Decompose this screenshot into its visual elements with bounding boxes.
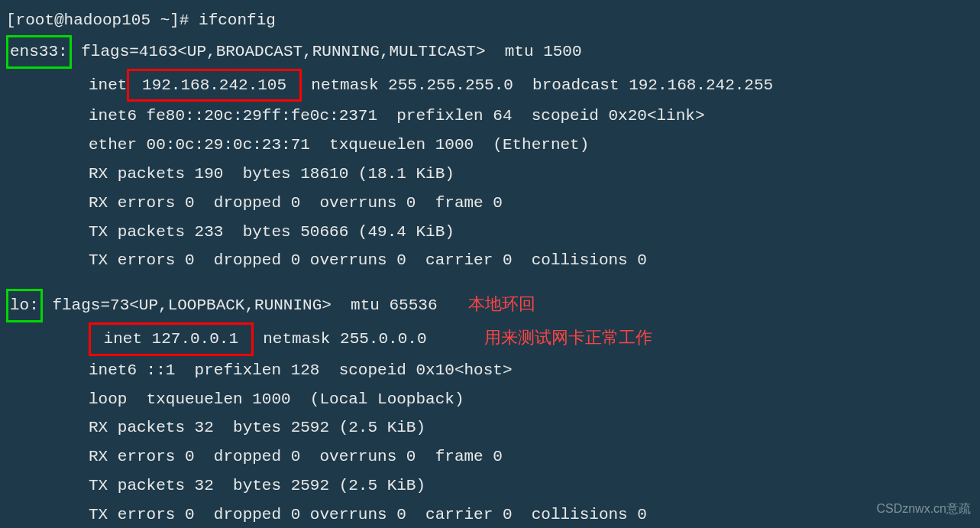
iface1-name-box: ens33: xyxy=(6,35,72,69)
iface2-inet: inet 127.0.0.1 netmask 255.0.0.0 用来测试网卡正… xyxy=(6,322,974,356)
iface1-rxe: RX errors 0 dropped 0 overruns 0 frame 0 xyxy=(6,189,974,218)
inet-label: inet xyxy=(89,76,127,94)
iface2-txp: TX packets 32 bytes 2592 (2.5 KiB) xyxy=(6,471,974,500)
annotation-line2: 用来测试网卡正常工作 xyxy=(484,322,652,353)
shell-prompt: [root@hadoop105 ~]# xyxy=(6,11,199,29)
iface2-header: lo: flags=73<UP,LOOPBACK,RUNNING> mtu 65… xyxy=(6,289,974,322)
iface2-loop: loop txqueuelen 1000 (Local Loopback) xyxy=(6,385,974,414)
iface2-inet6: inet6 ::1 prefixlen 128 scopeid 0x10<hos… xyxy=(6,356,974,385)
iface1-txe: TX errors 0 dropped 0 overruns 0 carrier… xyxy=(6,246,974,275)
iface1-rxp: RX packets 190 bytes 18610 (18.1 KiB) xyxy=(6,160,974,189)
annotation-line1: 本地环回 xyxy=(468,289,535,319)
iface1-inet: inet 192.168.242.105 netmask 255.255.255… xyxy=(6,69,974,102)
iface2-name-box: lo: xyxy=(6,289,43,322)
iface2-rxe: RX errors 0 dropped 0 overruns 0 frame 0 xyxy=(6,442,974,471)
iface2-ip-box: inet 127.0.0.1 xyxy=(89,322,254,356)
iface2-txe: TX errors 0 dropped 0 overruns 0 carrier… xyxy=(6,500,974,528)
prompt-line: [root@hadoop105 ~]# ifconfig xyxy=(6,6,974,35)
iface2-flags: flags=73<UP,LOOPBACK,RUNNING> mtu 65536 xyxy=(43,296,438,314)
iface2-rxp: RX packets 32 bytes 2592 (2.5 KiB) xyxy=(6,413,974,442)
iface1-ether: ether 00:0c:29:0c:23:71 txqueuelen 1000 … xyxy=(6,131,974,160)
iface1-flags: flags=4163<UP,BROADCAST,RUNNING,MULTICAS… xyxy=(81,43,581,60)
iface1-inet-rest: netmask 255.255.255.0 broadcast 192.168.… xyxy=(302,76,774,94)
watermark: CSDznwx.cn意疏 xyxy=(876,498,971,520)
iface1-ip-box: 192.168.242.105 xyxy=(127,69,301,102)
iface1-header: ens33: flags=4163<UP,BROADCAST,RUNNING,M… xyxy=(6,35,974,69)
iface2-inet-rest: netmask 255.0.0.0 xyxy=(254,330,427,348)
command-text: ifconfig xyxy=(199,11,276,29)
iface1-inet6: inet6 fe80::20c:29ff:fe0c:2371 prefixlen… xyxy=(6,102,974,131)
iface1-txp: TX packets 233 bytes 50666 (49.4 KiB) xyxy=(6,218,974,247)
